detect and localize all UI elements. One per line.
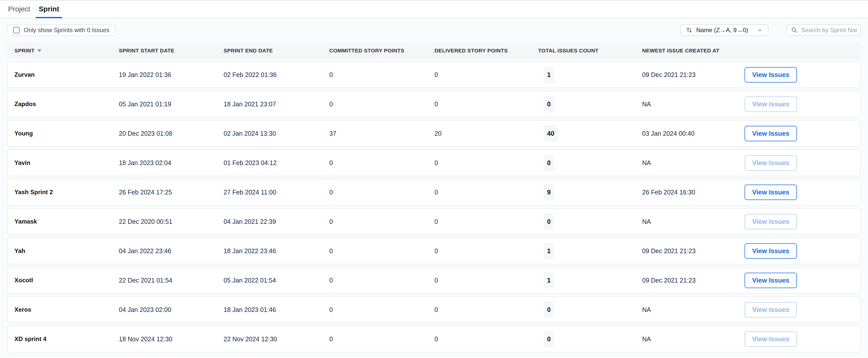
committed-story-points: 37 xyxy=(329,130,435,137)
sprint-search[interactable] xyxy=(786,24,861,36)
sprint-start-date: 04 Jan 2023 02:00 xyxy=(119,306,224,313)
newest-issue-date: NA xyxy=(642,306,738,313)
sprint-name: Yamask xyxy=(14,218,119,225)
total-issues-badge: 9 xyxy=(544,184,554,200)
total-issues-badge: 40 xyxy=(544,125,558,142)
sprint-end-date: 02 Jan 2024 13:30 xyxy=(224,130,329,137)
sprint-name: Yavin xyxy=(14,159,119,166)
header-total-issues: Total Issues Count xyxy=(538,48,642,54)
tab-project[interactable]: Project xyxy=(5,1,33,18)
table-row: Yamask 22 Dec 2020 00:51 04 Jan 2021 22:… xyxy=(7,208,861,235)
committed-story-points: 0 xyxy=(329,189,435,196)
delivered-story-points: 0 xyxy=(435,159,538,167)
sprint-start-date: 20 Dec 2023 01:08 xyxy=(119,130,224,137)
view-issues-button[interactable]: View Issues xyxy=(745,126,797,141)
delivered-story-points: 0 xyxy=(435,277,538,284)
header-end-date: Sprint End Date xyxy=(224,48,329,54)
zero-issues-filter-label: Only show Sprints with 0 Issues xyxy=(24,27,110,34)
chevron-down-icon xyxy=(757,27,763,33)
sprint-name: Xocotl xyxy=(14,277,119,284)
view-issues-button[interactable]: View Issues xyxy=(745,214,797,229)
sprint-end-date: 18 Jan 2023 01:46 xyxy=(224,306,329,313)
newest-issue-date: NA xyxy=(642,101,738,108)
sprint-page: Only show Sprints with 0 Issues Name (Z→… xyxy=(0,18,868,357)
table-row: Yavin 18 Jan 2023 02:04 01 Feb 2023 04:1… xyxy=(7,149,861,176)
newest-issue-date: 03 Jan 2024 00:40 xyxy=(642,130,738,137)
table-row: Xocotl 22 Dec 2021 01:54 05 Jan 2022 01:… xyxy=(7,267,861,294)
view-issues-button[interactable]: View Issues xyxy=(745,273,797,288)
committed-story-points: 0 xyxy=(329,101,435,108)
table-row: XD sprint 4 18 Nov 2024 12:30 22 Nov 202… xyxy=(7,326,861,352)
sprint-end-date: 02 Feb 2022 01:36 xyxy=(224,71,329,79)
zero-issues-checkbox[interactable] xyxy=(13,27,20,33)
view-issues-button[interactable]: View Issues xyxy=(745,331,797,347)
committed-story-points: 0 xyxy=(329,247,435,255)
table-row: Zapdos 05 Jan 2021 01:19 18 Jan 2021 23:… xyxy=(7,91,861,117)
sprint-end-date: 22 Nov 2024 12:30 xyxy=(224,335,329,343)
sprint-end-date: 04 Jan 2021 22:39 xyxy=(224,218,329,225)
sprint-end-date: 18 Jan 2021 23:07 xyxy=(224,101,329,108)
total-issues-badge: 0 xyxy=(544,96,554,112)
newest-issue-date: 09 Dec 2021 21:23 xyxy=(642,71,738,79)
view-issues-button[interactable]: View Issues xyxy=(745,185,797,200)
total-issues-badge: 0 xyxy=(544,331,554,347)
view-issues-button[interactable]: View Issues xyxy=(745,67,797,83)
newest-issue-date: 26 Feb 2024 16:30 xyxy=(642,189,738,196)
committed-story-points: 0 xyxy=(329,71,435,79)
sprint-name: XD sprint 4 xyxy=(14,335,119,342)
sort-caret-icon xyxy=(37,49,41,52)
total-issues-badge: 0 xyxy=(544,214,554,230)
sort-dropdown[interactable]: Name (Z→A, 9→0) xyxy=(680,24,768,36)
sprint-end-date: 05 Jan 2022 01:54 xyxy=(224,277,329,284)
table-body: Zurvan 19 Jan 2022 01:36 02 Feb 2022 01:… xyxy=(7,61,861,352)
committed-story-points: 0 xyxy=(329,159,435,167)
sprint-end-date: 01 Feb 2023 04:12 xyxy=(224,159,329,167)
view-issues-button[interactable]: View Issues xyxy=(745,302,797,318)
sprint-name: Yah xyxy=(14,247,119,254)
delivered-story-points: 0 xyxy=(435,71,538,79)
newest-issue-date: NA xyxy=(642,159,738,167)
sprint-start-date: 22 Dec 2021 01:54 xyxy=(119,277,224,284)
tab-project-label: Project xyxy=(8,5,30,13)
table-row: Zurvan 19 Jan 2022 01:36 02 Feb 2022 01:… xyxy=(7,61,861,88)
sprint-name: Zurvan xyxy=(14,71,119,78)
sprint-name: Xeros xyxy=(14,306,119,313)
search-input[interactable] xyxy=(801,27,857,34)
sprint-end-date: 18 Jan 2022 23:46 xyxy=(224,247,329,255)
table-row: Xeros 04 Jan 2023 02:00 18 Jan 2023 01:4… xyxy=(7,296,861,323)
sprint-start-date: 05 Jan 2021 01:19 xyxy=(119,101,224,108)
header-delivered-points: Delivered Story Points xyxy=(435,48,538,54)
total-issues-badge: 1 xyxy=(544,272,554,288)
view-issues-button[interactable]: View Issues xyxy=(745,243,797,259)
table-header-row: Sprint Sprint Start Date Sprint End Date… xyxy=(7,43,861,59)
delivered-story-points: 20 xyxy=(435,130,538,137)
sprint-name: Yash Sprint 2 xyxy=(14,189,119,196)
table-row: Young 20 Dec 2023 01:08 02 Jan 2024 13:3… xyxy=(7,120,861,147)
newest-issue-date: NA xyxy=(642,335,738,343)
delivered-story-points: 0 xyxy=(435,218,538,225)
committed-story-points: 0 xyxy=(329,306,435,313)
tab-bar: Project Sprint xyxy=(0,0,868,18)
tab-sprint-label: Sprint xyxy=(39,5,59,13)
sort-selected-label: Name (Z→A, 9→0) xyxy=(696,27,748,34)
tab-sprint[interactable]: Sprint xyxy=(36,1,62,18)
sprint-start-date: 26 Feb 2024 17:25 xyxy=(119,189,224,196)
total-issues-badge: 0 xyxy=(544,302,554,318)
sprint-start-date: 04 Jan 2022 23:46 xyxy=(119,247,224,255)
sprint-start-date: 18 Jan 2023 02:04 xyxy=(119,159,224,167)
table-row: Yash Sprint 2 26 Feb 2024 17:25 27 Feb 2… xyxy=(7,179,861,205)
header-sprint[interactable]: Sprint xyxy=(14,48,119,54)
header-start-date: Sprint Start Date xyxy=(119,48,224,54)
sprint-start-date: 18 Nov 2024 12:30 xyxy=(119,335,224,343)
zero-issues-filter[interactable]: Only show Sprints with 0 Issues xyxy=(7,24,116,36)
view-issues-button[interactable]: View Issues xyxy=(745,155,797,171)
view-issues-button[interactable]: View Issues xyxy=(745,97,797,112)
search-icon xyxy=(791,27,798,33)
sprint-name: Zapdos xyxy=(14,101,119,108)
newest-issue-date: 09 Dec 2021 21:23 xyxy=(642,277,738,284)
delivered-story-points: 0 xyxy=(435,101,538,108)
newest-issue-date: NA xyxy=(642,218,738,225)
committed-story-points: 0 xyxy=(329,335,435,343)
header-newest-issue: Newest Issue Created At xyxy=(642,48,738,54)
sprint-end-date: 27 Feb 2024 11:00 xyxy=(224,189,329,196)
